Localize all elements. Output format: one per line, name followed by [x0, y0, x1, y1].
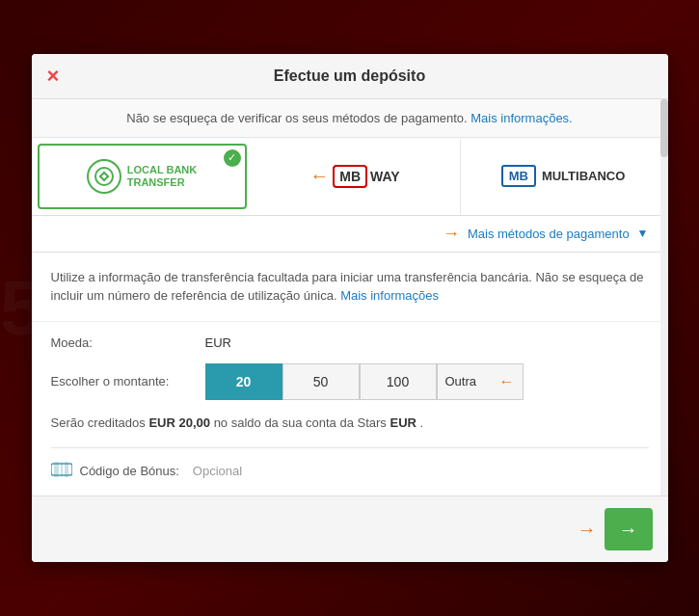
amount-button-50[interactable]: 50 — [282, 363, 360, 400]
bank-circle-icon — [87, 159, 121, 194]
credit-info: Serão creditados EUR 20,00 no saldo da s… — [51, 414, 649, 433]
scrollbar-thumb[interactable] — [660, 99, 668, 157]
amount-button-20[interactable]: 20 — [205, 363, 282, 400]
multibanco-mb-icon: MB — [501, 165, 536, 187]
mbway-left-arrow-icon: ← — [309, 165, 329, 187]
scrollbar-track[interactable] — [660, 99, 668, 496]
next-button[interactable]: → — [605, 508, 653, 550]
codigo-value: Opcional — [193, 464, 242, 478]
amount-button-100[interactable]: 100 — [360, 363, 437, 400]
local-bank-logo: LOCAL BANK TRANSFER — [87, 159, 198, 194]
form-section: Moeda: EUR Escolher o montante: 20 50 10… — [32, 322, 668, 496]
more-methods-arrow-icon: → — [443, 224, 460, 244]
currency-label: Moeda: — [51, 335, 205, 350]
local-bank-text: LOCAL BANK TRANSFER — [127, 164, 198, 189]
codigo-row: Código de Bónus: Opcional — [51, 460, 649, 482]
info-text: Utilize a informação de transferência fa… — [51, 268, 649, 306]
mb-box: MB — [333, 165, 367, 188]
active-checkmark-icon: ✓ — [224, 149, 241, 167]
modal-header: × Efectue um depósito — [32, 54, 668, 99]
modal-footer: → → — [32, 495, 668, 562]
amount-label: Escolher o montante: — [51, 374, 205, 388]
outra-label: Outra — [445, 374, 477, 388]
amount-button-outra[interactable]: Outra ← — [437, 363, 524, 400]
credit-amount: EUR 20,00 — [148, 415, 210, 430]
currency-row: Moeda: EUR — [51, 335, 649, 350]
notice-text: Não se esqueça de verificar os seus méto… — [126, 111, 467, 125]
svg-rect-4 — [65, 462, 68, 477]
outra-arrow-icon: ← — [499, 373, 515, 390]
svg-rect-3 — [61, 462, 63, 477]
mbway-logo: ← MB WAY — [309, 165, 399, 188]
svg-rect-2 — [54, 462, 59, 477]
amount-buttons-group: 20 50 100 Outra ← — [205, 363, 524, 400]
currency-value: EUR — [205, 335, 231, 350]
modal-body: Não se esqueça de verificar os seus méto… — [32, 99, 668, 496]
info-section: Utilize a informação de transferência fa… — [32, 253, 668, 322]
mbway-icon: MB WAY — [333, 165, 399, 188]
payment-methods-row: LOCAL BANK TRANSFER ✓ ← MB WAY — [32, 138, 668, 216]
svg-point-0 — [95, 168, 113, 185]
more-methods-bar: → Mais métodos de pagamento ▼ — [32, 216, 668, 253]
codigo-label: Código de Bónus: — [80, 464, 179, 478]
modal-title: Efectue um depósito — [274, 67, 425, 85]
payment-method-local-bank[interactable]: LOCAL BANK TRANSFER ✓ — [38, 144, 247, 209]
payment-method-mbway[interactable]: ← MB WAY — [253, 138, 460, 215]
close-button[interactable]: × — [47, 64, 60, 89]
credit-currency: EUR — [390, 415, 416, 430]
divider — [51, 447, 649, 448]
multibanco-logo: MB MULTIBANCO — [501, 165, 626, 187]
codigo-icon — [51, 460, 72, 482]
info-link[interactable]: Mais informações — [340, 288, 439, 303]
next-arrow-icon: → — [619, 519, 638, 541]
footer-arrow-icon: → — [578, 519, 597, 541]
notice-link[interactable]: Mais informações. — [470, 111, 572, 125]
payment-method-multibanco[interactable]: MB MULTIBANCO — [460, 138, 668, 215]
chevron-down-icon: ▼ — [637, 227, 649, 240]
way-text: WAY — [370, 169, 400, 184]
amount-row: Escolher o montante: 20 50 100 Outra ← — [51, 363, 649, 400]
more-methods-link[interactable]: Mais métodos de pagamento — [468, 227, 630, 241]
deposit-modal: × Efectue um depósito Não se esqueça de … — [32, 54, 668, 563]
multibanco-text: MULTIBANCO — [542, 169, 625, 183]
notice-bar: Não se esqueça de verificar os seus méto… — [32, 99, 668, 138]
